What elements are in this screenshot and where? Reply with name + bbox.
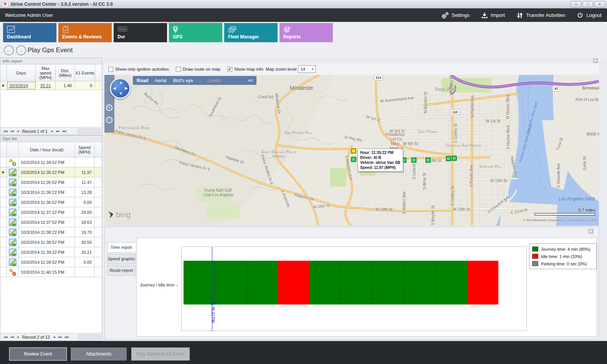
pager-last-icon[interactable]: ▶▶| — [65, 336, 69, 339]
tab-time-report[interactable]: Time report — [107, 242, 136, 253]
zoom-in-icon[interactable]: + — [106, 104, 112, 111]
attachments-button[interactable]: Attachments — [71, 347, 127, 361]
column-header-speed[interactable]: Speed (MPH) — [75, 142, 94, 157]
vehicle-yellow-marker[interactable] — [351, 149, 356, 154]
gps-list-row[interactable]: ▶10/3/2014 11:35:22 PM11.97 — [0, 167, 102, 177]
app-icon — [2, 1, 8, 7]
map-style-birds-eye[interactable]: Bird's eye — [173, 78, 193, 83]
tab-route-report[interactable]: Route report — [107, 265, 136, 276]
tab-dvr[interactable]: MERGE Dvr — [114, 23, 167, 42]
logout-button[interactable]: Logout — [577, 12, 602, 19]
gps-list-panel-title: Gps list — [0, 136, 102, 142]
review-event-button[interactable]: Review Event — [9, 347, 67, 361]
tab-gps[interactable]: GPS — [169, 23, 222, 42]
collapse-chart-panel-icon[interactable] — [589, 229, 593, 233]
checkbox-label: Show only ignition activities — [115, 67, 169, 71]
vehicle-green-marker[interactable] — [412, 158, 417, 163]
column-header-date[interactable]: Date / hour (local) — [19, 142, 75, 157]
map-style-labels[interactable]: Labels — [207, 78, 221, 83]
map-style-aerial[interactable]: Aerial — [155, 78, 167, 83]
vehicle-green-marker[interactable] — [452, 156, 457, 161]
pager-next-page-icon[interactable]: ▶▶ — [56, 130, 60, 133]
close-button[interactable]: × — [594, 1, 605, 7]
draw-route-checkbox[interactable]: Draw route on map — [176, 67, 220, 72]
pager-next-icon[interactable]: ▶ — [54, 336, 55, 339]
collapse-map-panel-icon[interactable] — [593, 58, 598, 63]
gps-list-row[interactable]: 10/3/2014 11:38:52 PM30.55 — [0, 237, 102, 247]
settings-button[interactable]: Settings — [441, 12, 470, 19]
pager-prev-page-icon[interactable]: ◀◀ — [10, 336, 14, 339]
gps-list-row[interactable]: 10/3/2014 11:35:52 PM11.47 — [0, 177, 102, 187]
maximize-button[interactable]: □ — [582, 1, 593, 7]
show-map-info-checkbox[interactable]: ✓ Show map info — [227, 67, 263, 72]
map-copyright: © 2014 Microsoft Corporation © 2010 NAVT… — [504, 218, 597, 222]
tab-label: Dashboard — [7, 34, 31, 40]
day-link[interactable]: 10/3/2014 — [9, 83, 28, 88]
gps-date-value: 10/3/2014 11:40:15 PM — [19, 267, 75, 277]
bing-map[interactable]: Crest RdMiralesteBurma RdSouthfield DrMi… — [104, 75, 599, 226]
tab-fleet-manager[interactable]: Fleet Manager — [224, 23, 278, 42]
row-selector-header — [0, 65, 7, 81]
checkbox-icon[interactable]: ✓ — [227, 67, 232, 72]
gps-list-row[interactable]: 10/3/2014 11:39:22 PM33.21 — [0, 247, 102, 257]
transfer-activities-button[interactable]: Transfer Activities — [516, 12, 565, 19]
pan-right-icon[interactable]: ▶ — [125, 86, 128, 90]
map-style-road[interactable]: Road — [137, 78, 148, 83]
info-report-row[interactable]: ▶ 10/3/2014 33.21 1.40 0 — [0, 81, 102, 90]
show-ignition-checkbox[interactable]: Show only ignition activities — [108, 67, 169, 72]
pager-next-page-icon[interactable]: ▶▶ — [58, 336, 62, 339]
import-icon — [481, 12, 488, 19]
gps-list-row[interactable]: 10/3/2014 11:36:52 PM0.00 — [0, 197, 102, 207]
column-header-days[interactable]: Days — [7, 65, 36, 81]
tab-dashboard[interactable]: Dashboard — [3, 23, 56, 42]
tab-reports[interactable]: Reports — [280, 23, 333, 42]
gps-date-value: 10/3/2014 11:38:52 PM — [19, 237, 75, 247]
collapse-toolbar-button[interactable]: << — [248, 78, 253, 83]
vehicle-green-marker[interactable] — [446, 156, 451, 161]
column-header-dist[interactable]: Dist. (Miles) — [56, 65, 75, 81]
gps-list-row[interactable]: 10/3/2014 11:38:22 PM19.70 — [0, 227, 102, 237]
pager-prev-icon[interactable]: ◀ — [17, 336, 18, 339]
bing-logo-text: bing — [116, 210, 131, 219]
pan-up-icon[interactable]: ▲ — [119, 80, 123, 84]
gps-date-value: 10/3/2014 11:35:22 PM — [19, 167, 75, 177]
collapse-header-button[interactable]: ↓ — [16, 45, 26, 55]
nav-item-label: Logout — [586, 12, 602, 18]
vehicle-green-marker[interactable] — [426, 158, 431, 163]
column-header-max-speed[interactable]: Max speed (MPH) — [36, 65, 56, 81]
gps-date-value: 10/3/2014 11:38:22 PM — [19, 227, 75, 237]
back-button[interactable]: ← — [4, 45, 14, 55]
pager-first-icon[interactable]: |◀◀ — [3, 336, 7, 339]
max-speed-link[interactable]: 33.21 — [40, 83, 51, 88]
gps-list-row[interactable]: 10/3/2014 11:37:52 PM18.63 — [0, 217, 102, 227]
pan-down-icon[interactable]: ▼ — [119, 91, 123, 96]
column-header-x1-events[interactable]: X1 Events — [75, 65, 95, 81]
import-button[interactable]: Import — [481, 12, 505, 19]
map-zoom-select[interactable]: 14 ▼ — [298, 65, 316, 73]
gps-point-icon — [7, 207, 19, 217]
pan-left-icon[interactable]: ◀ — [113, 86, 116, 90]
gps-list-row[interactable]: 10/3/2014 11:36:22 PM13.28 — [0, 187, 102, 197]
checkbox-icon[interactable] — [108, 67, 113, 72]
map-pan-control[interactable]: ▲ ▼ ◀ ▶ — [110, 78, 131, 99]
gps-list-row[interactable]: 10/3/2014 11:37:22 PM29.05 — [0, 207, 102, 217]
minimize-button[interactable]: — — [571, 1, 581, 7]
pager-prev-page-icon[interactable]: ◀◀ — [10, 130, 14, 133]
tab-events-reviews[interactable]: Events & Reviews — [58, 23, 112, 42]
pager-prev-icon[interactable]: ◀ — [17, 130, 18, 133]
gps-list-row[interactable]: 10/3/2014 11:39:52 PM0.00 — [0, 257, 102, 267]
zoom-out-icon[interactable]: − — [106, 117, 112, 123]
gps-list-row[interactable]: 10/3/2014 11:40:15 PM — [0, 267, 102, 277]
gps-point-icon — [7, 247, 19, 257]
pager-first-icon[interactable]: |◀◀ — [3, 130, 7, 133]
checkbox-icon[interactable] — [176, 67, 181, 72]
pager-next-icon[interactable]: ▶ — [51, 130, 53, 133]
pager-last-icon[interactable]: ▶▶| — [63, 130, 66, 133]
tab-speed-graphic[interactable]: Speed graphic — [107, 254, 136, 264]
gps-list-row[interactable]: 10/3/2014 11:34:52 PM — [0, 157, 102, 167]
vehicle-green-marker[interactable] — [351, 157, 356, 162]
pager-scrollbar[interactable] — [78, 334, 100, 339]
gps-list-pager: |◀◀ ◀◀ ◀ Record 2 of 12 ▶ ▶▶ ▶▶| — [0, 333, 102, 341]
pager-scrollbar[interactable] — [78, 129, 100, 134]
chart-plot-area: 11:35:22 PM — [181, 247, 527, 331]
